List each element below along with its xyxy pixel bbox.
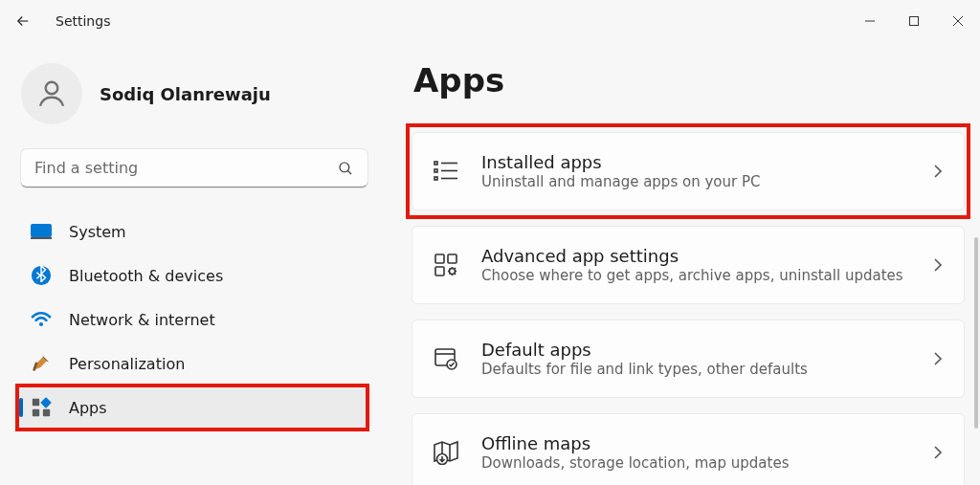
- wifi-icon: [31, 309, 52, 330]
- maximize-button[interactable]: [892, 0, 936, 42]
- search-icon: [337, 160, 354, 177]
- card-default-apps[interactable]: Default apps Defaults for file and link …: [412, 320, 965, 398]
- card-text: Installed apps Uninstall and manage apps…: [481, 151, 912, 192]
- svg-rect-1: [910, 17, 919, 26]
- svg-rect-11: [33, 399, 39, 406]
- sidebar-item-network[interactable]: Network & internet: [19, 298, 371, 341]
- card-offline-maps[interactable]: Offline maps Downloads, storage location…: [412, 413, 965, 485]
- paint-icon: [31, 353, 52, 374]
- sidebar-item-system[interactable]: System: [19, 210, 371, 253]
- titlebar: Settings: [0, 0, 980, 42]
- svg-rect-14: [40, 397, 52, 408]
- avatar: [21, 63, 82, 124]
- page-title: Apps: [413, 61, 965, 99]
- card-text: Advanced app settings Choose where to ge…: [481, 245, 912, 286]
- close-button[interactable]: [936, 0, 980, 42]
- svg-point-10: [39, 322, 43, 326]
- svg-point-5: [340, 163, 349, 172]
- svg-rect-16: [434, 169, 437, 172]
- sidebar-item-personalization[interactable]: Personalization: [19, 342, 371, 385]
- body: Sodiq Olanrewaju System: [0, 42, 980, 485]
- apps-icon: [31, 397, 52, 418]
- svg-rect-15: [434, 162, 437, 165]
- card-text: Default apps Defaults for file and link …: [481, 339, 912, 380]
- titlebar-left: Settings: [10, 8, 110, 34]
- sidebar-item-label: Apps: [69, 399, 107, 417]
- close-icon: [952, 15, 964, 27]
- search-wrap: [21, 149, 368, 187]
- svg-rect-17: [434, 177, 437, 180]
- chevron-right-icon: [933, 164, 943, 179]
- card-title: Default apps: [481, 339, 912, 361]
- profile[interactable]: Sodiq Olanrewaju: [17, 63, 373, 149]
- sidebar-item-bluetooth[interactable]: Bluetooth & devices: [19, 254, 371, 297]
- bluetooth-icon: [31, 265, 52, 286]
- maximize-icon: [908, 15, 920, 27]
- svg-rect-21: [435, 254, 444, 263]
- user-name: Sodiq Olanrewaju: [100, 84, 271, 104]
- card-subtitle: Downloads, storage location, map updates: [481, 454, 912, 474]
- minimize-icon: [864, 15, 876, 27]
- sidebar: Sodiq Olanrewaju System: [17, 42, 373, 485]
- sidebar-item-apps[interactable]: Apps: [19, 386, 371, 429]
- card-text: Offline maps Downloads, storage location…: [481, 432, 912, 474]
- card-installed-apps[interactable]: Installed apps Uninstall and manage apps…: [412, 132, 965, 210]
- scrollbar[interactable]: [974, 237, 978, 429]
- content: Apps Installed apps Uninstall and manage…: [373, 42, 970, 485]
- card-title: Installed apps: [481, 151, 912, 173]
- svg-rect-22: [448, 254, 457, 263]
- chevron-right-icon: [933, 351, 943, 366]
- sidebar-item-label: Personalization: [69, 355, 185, 373]
- svg-line-6: [347, 170, 351, 174]
- list-icon: [432, 157, 460, 186]
- minimize-button[interactable]: [848, 0, 892, 42]
- card-title: Offline maps: [481, 432, 912, 454]
- card-subtitle: Defaults for file and link types, other …: [481, 361, 912, 380]
- arrow-left-icon: [14, 12, 32, 30]
- nav: System Bluetooth & devices Network & int…: [17, 210, 373, 429]
- chevron-right-icon: [933, 257, 943, 273]
- window-controls: [848, 0, 980, 42]
- system-icon: [31, 221, 52, 242]
- back-button[interactable]: [10, 8, 36, 34]
- svg-rect-7: [31, 224, 52, 237]
- sidebar-item-label: Bluetooth & devices: [69, 267, 223, 285]
- svg-rect-23: [435, 267, 444, 276]
- sidebar-item-label: Network & internet: [69, 311, 215, 329]
- person-icon: [34, 77, 69, 111]
- card-advanced-app-settings[interactable]: Advanced app settings Choose where to ge…: [412, 226, 965, 304]
- card-title: Advanced app settings: [481, 245, 912, 267]
- svg-rect-8: [31, 237, 52, 239]
- app-check-icon: [432, 344, 460, 373]
- svg-point-4: [46, 82, 58, 95]
- settings-window: Settings Sodiq Olanrewaju: [0, 0, 980, 485]
- card-subtitle: Choose where to get apps, archive apps, …: [481, 267, 912, 286]
- sidebar-item-label: System: [69, 223, 126, 241]
- svg-rect-13: [43, 409, 50, 416]
- window-title: Settings: [56, 13, 110, 29]
- chevron-right-icon: [933, 445, 943, 460]
- map-download-icon: [432, 438, 460, 467]
- cards: Installed apps Uninstall and manage apps…: [412, 132, 965, 485]
- search-input[interactable]: [21, 149, 368, 187]
- card-subtitle: Uninstall and manage apps on your PC: [481, 173, 912, 192]
- apps-gear-icon: [432, 251, 460, 279]
- svg-rect-12: [33, 409, 39, 416]
